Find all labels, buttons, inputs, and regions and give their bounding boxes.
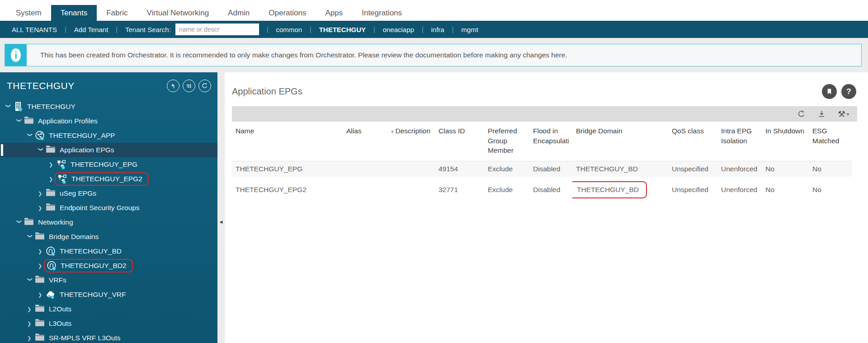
chevron-down-icon[interactable]: ❯ <box>38 147 44 155</box>
chevron-right-icon[interactable]: ❯ <box>38 205 46 211</box>
tab-apps[interactable]: Apps <box>316 5 352 21</box>
refresh-icon[interactable] <box>797 110 806 118</box>
tree-item-useg-epgs[interactable]: ❯ uSeg EPGs <box>0 186 217 201</box>
tree-item-thetechguy-vrf[interactable]: ❯ THETECHGUY_VRF <box>0 287 217 302</box>
folder-icon <box>35 333 45 343</box>
tenant-search-label: Tenant Search: <box>125 26 171 33</box>
tree-item-l3outs[interactable]: ❯ L3Outs <box>0 316 217 331</box>
tree-item-application-profiles[interactable]: ❯ Application Profiles <box>0 114 217 128</box>
all-tenants-link[interactable]: ALL TENANTS <box>12 26 57 33</box>
cell-preferred-group-member: Exclude <box>484 182 529 197</box>
divider: | <box>373 26 375 33</box>
folder-icon <box>35 304 45 314</box>
cell-description <box>387 165 435 173</box>
column-header-preferred-group-member[interactable]: Preferred Group Member <box>484 122 529 161</box>
chevron-down-icon[interactable]: ❯ <box>27 234 33 241</box>
vrf-cloud-icon <box>46 290 56 300</box>
tenant-search-input[interactable] <box>175 23 259 35</box>
tree-item-thetechguy-bd2[interactable]: ❯ THETECHGUY_BD2 <box>0 258 217 273</box>
column-header-name[interactable]: Name <box>232 122 343 161</box>
tree-item-thetechguy-epg2[interactable]: ❯ THETECHGUY_EPG2 <box>0 172 217 186</box>
table-row[interactable]: THETECHGUY_EPG2 32771 Exclude Disabled T… <box>232 177 852 203</box>
column-header-alias[interactable]: Alias <box>343 122 387 161</box>
cell-esg-matched: No <box>809 161 852 177</box>
chevron-down-icon[interactable]: ❯ <box>16 118 22 126</box>
sidebar-gutter: ◀ <box>217 72 225 343</box>
tree-item-thetechguy-tenant[interactable]: ❯ THETECHGUY <box>0 99 217 114</box>
tree-item-networking[interactable]: ❯ Networking <box>0 215 217 230</box>
chevron-right-icon[interactable]: ❯ <box>38 249 46 254</box>
bookmark-button[interactable] <box>822 84 837 99</box>
tree-item-label: Bridge Domains <box>49 233 99 241</box>
column-header-in-shutdown[interactable]: In Shutdown <box>762 122 809 161</box>
cell-flood-in-encapsulation: Disabled <box>529 161 572 177</box>
chevron-right-icon[interactable]: ❯ <box>27 321 35 327</box>
column-header-esg-matched[interactable]: ESG Matched <box>809 122 852 161</box>
bridge-domain-icon <box>47 261 57 271</box>
chevron-right-icon[interactable]: ❯ <box>27 306 35 312</box>
cell-in-shutdown: No <box>762 161 809 177</box>
chevron-right-icon[interactable]: ❯ <box>38 191 46 197</box>
folder-icon <box>35 319 45 329</box>
column-header-class-id[interactable]: Class ID <box>435 122 484 161</box>
tree-item-endpoint-security-groups[interactable]: ❯ Endpoint Security Groups <box>0 201 217 215</box>
tree-item-thetechguy-bd[interactable]: ❯ THETECHGUY_BD <box>0 244 217 258</box>
tab-virtual-networking[interactable]: Virtual Networking <box>137 5 218 21</box>
tab-admin[interactable]: Admin <box>218 5 259 21</box>
tenant-link-thetechguy[interactable]: THETECHGUY <box>319 26 366 33</box>
cell-in-shutdown: No <box>762 182 809 197</box>
tree-item-l2outs[interactable]: ❯ L2Outs <box>0 302 217 316</box>
cell-name: THETECHGUY_EPG <box>232 161 343 177</box>
cell-flood-in-encapsulation: Disabled <box>529 182 572 197</box>
tree-item-label: L3Outs <box>49 320 71 328</box>
tree-item-label: VRFs <box>49 276 66 284</box>
tree-item-label: L2Outs <box>49 305 71 313</box>
tree-item-sr-mpls-vrf-l3outs[interactable]: ❯ SR-MPLS VRF L3Outs <box>0 331 217 343</box>
help-button[interactable]: ? <box>841 84 856 99</box>
download-icon[interactable] <box>817 110 826 118</box>
tree-item-bridge-domains[interactable]: ❯ Bridge Domains <box>0 230 217 244</box>
add-tenant-link[interactable]: Add Tenant <box>74 26 108 33</box>
tab-operations[interactable]: Operations <box>259 5 316 21</box>
sidebar-collapse-handle[interactable]: ◀ <box>217 216 225 228</box>
refresh-icon[interactable] <box>198 80 211 92</box>
tab-integrations[interactable]: Integrations <box>352 5 411 21</box>
tree-item-label: THETECHGUY_APP <box>49 132 115 140</box>
exit-up-icon[interactable] <box>167 80 179 92</box>
chevron-down-icon[interactable]: ❯ <box>27 277 33 285</box>
cell-bridge-domain: THETECHGUY_BD <box>572 161 668 177</box>
cell-class-id: 49154 <box>435 161 484 177</box>
chevron-down-icon[interactable]: ❯ <box>16 219 22 227</box>
tenant-link-oneaciapp[interactable]: oneaciapp <box>383 26 414 33</box>
chevron-right-icon[interactable]: ❯ <box>27 335 35 341</box>
cell-name: THETECHGUY_EPG2 <box>232 182 343 197</box>
column-header-flood-in-encapsulation[interactable]: Flood in Encapsulation <box>529 122 572 161</box>
column-header-bridge-domain[interactable]: Bridge Domain <box>572 122 668 161</box>
chevron-down-icon[interactable]: ❯ <box>27 132 33 140</box>
filter-list-icon[interactable] <box>183 80 195 92</box>
tree-item-thetechguy-app[interactable]: ❯ THETECHGUY_APP <box>0 128 217 143</box>
tab-fabric[interactable]: Fabric <box>97 5 137 21</box>
chevron-right-icon[interactable]: ❯ <box>49 162 57 168</box>
tenant-link-mgmt[interactable]: mgmt <box>461 26 478 33</box>
red-highlight-outline: THETECHGUY_EPG2 <box>55 172 149 186</box>
chevron-down-icon[interactable]: ❯ <box>5 103 11 111</box>
tab-system[interactable]: System <box>6 5 51 21</box>
tree-item-thetechguy-epg[interactable]: ❯ THETECHGUY_EPG <box>0 157 217 172</box>
tab-tenants[interactable]: Tenants <box>51 5 97 21</box>
tools-settings-icon[interactable]: ⚒ ▾ <box>838 110 849 118</box>
column-header-intra-epg-isolation[interactable]: Intra EPG Isolation <box>717 122 762 161</box>
object-tree: ❯ THETECHGUY ❯ Application Profiles <box>0 99 217 343</box>
tree-item-application-epgs[interactable]: ❯ Application EPGs <box>0 143 217 157</box>
cell-alias <box>343 165 387 173</box>
tree-item-vrfs[interactable]: ❯ VRFs <box>0 273 217 287</box>
column-header-qos-class[interactable]: QoS class <box>668 122 717 161</box>
tenant-link-infra[interactable]: infra <box>431 26 444 33</box>
cell-preferred-group-member: Exclude <box>484 161 529 177</box>
divider: | <box>267 26 269 33</box>
tree-item-label: Application EPGs <box>60 146 114 154</box>
table-row[interactable]: THETECHGUY_EPG 49154 Exclude Disabled TH… <box>232 161 852 177</box>
column-header-description[interactable]: ▾Description <box>387 122 435 161</box>
chevron-right-icon[interactable]: ❯ <box>38 292 46 298</box>
tenant-link-common[interactable]: common <box>276 26 302 33</box>
